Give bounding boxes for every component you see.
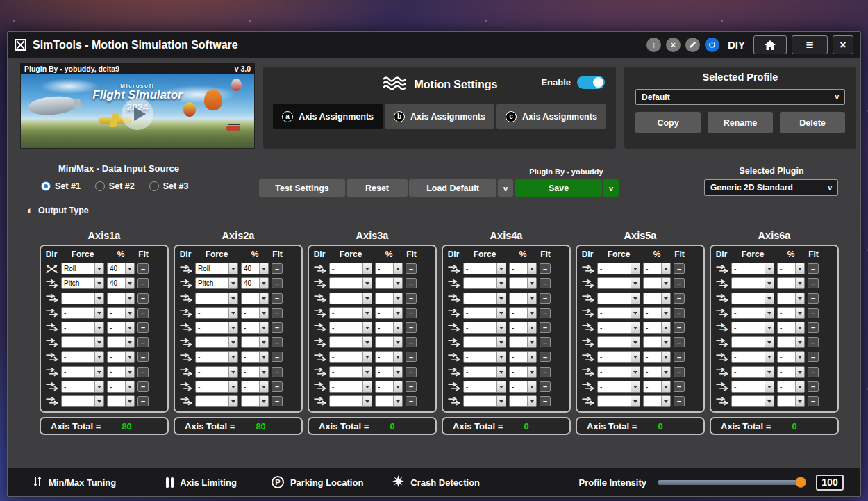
force-select[interactable]: -	[195, 351, 238, 363]
filter-minus-button[interactable]: –	[808, 293, 819, 304]
filter-minus-button[interactable]: –	[406, 308, 417, 318]
percent-select[interactable]: -	[643, 381, 671, 393]
percent-select[interactable]: -	[241, 381, 269, 393]
dual-arrow-icon[interactable]	[44, 322, 58, 332]
filter-minus-button[interactable]: –	[808, 308, 819, 318]
force-select[interactable]: -	[597, 322, 640, 334]
force-select[interactable]: -	[61, 307, 104, 319]
percent-select[interactable]: -	[509, 351, 537, 363]
force-select[interactable]: -	[731, 307, 774, 319]
force-select[interactable]: -	[195, 336, 238, 348]
dual-arrow-icon[interactable]	[44, 396, 58, 406]
percent-select[interactable]: -	[643, 307, 671, 319]
force-select[interactable]: -	[463, 381, 506, 393]
percent-select[interactable]: -	[107, 395, 135, 407]
menu-button[interactable]: ≡	[792, 35, 828, 54]
dual-arrow-icon[interactable]	[446, 322, 460, 332]
dual-arrow-icon[interactable]	[44, 279, 58, 288]
dual-arrow-icon[interactable]	[446, 293, 460, 303]
force-select[interactable]: -	[61, 395, 104, 407]
percent-select[interactable]: -	[107, 293, 135, 304]
percent-select[interactable]: -	[643, 336, 671, 348]
percent-select[interactable]: -	[509, 395, 537, 407]
dual-arrow-icon[interactable]	[178, 293, 192, 303]
percent-select[interactable]: -	[509, 307, 537, 319]
percent-select[interactable]: -	[643, 322, 671, 334]
dual-arrow-icon[interactable]	[44, 293, 58, 303]
filter-minus-button[interactable]: –	[808, 322, 819, 333]
dual-arrow-icon[interactable]	[44, 308, 58, 318]
force-select[interactable]: -	[597, 307, 640, 319]
dual-arrow-icon[interactable]	[581, 381, 594, 391]
percent-select[interactable]: 40	[107, 263, 135, 274]
force-select[interactable]: -	[463, 277, 506, 289]
force-select[interactable]: Roll	[195, 263, 238, 274]
force-select[interactable]: -	[329, 322, 372, 334]
move-axes-icon[interactable]	[44, 264, 58, 274]
filter-minus-button[interactable]: –	[406, 263, 417, 274]
close-button[interactable]: ×	[833, 35, 853, 54]
force-select[interactable]: Pitch	[61, 277, 104, 289]
filter-minus-button[interactable]: –	[808, 263, 819, 274]
dual-arrow-icon[interactable]	[178, 338, 192, 347]
percent-select[interactable]: -	[643, 351, 671, 363]
home-button[interactable]	[753, 35, 787, 54]
force-select[interactable]: -	[329, 351, 372, 363]
force-select[interactable]: -	[61, 381, 104, 393]
dual-arrow-icon[interactable]	[312, 293, 326, 303]
dual-arrow-icon[interactable]	[446, 338, 460, 347]
radio-set-2[interactable]: Set #2	[95, 181, 135, 191]
percent-select[interactable]: -	[107, 336, 135, 348]
filter-minus-button[interactable]: –	[272, 293, 283, 304]
dual-arrow-icon[interactable]	[715, 338, 728, 347]
dual-arrow-icon[interactable]	[312, 322, 326, 332]
force-select[interactable]: -	[731, 336, 774, 348]
filter-minus-button[interactable]: –	[540, 367, 551, 377]
dual-arrow-icon[interactable]	[715, 352, 728, 362]
filter-minus-button[interactable]: –	[540, 308, 551, 318]
filter-minus-button[interactable]: –	[137, 263, 149, 274]
filter-minus-button[interactable]: –	[137, 367, 149, 377]
load-default-button[interactable]: Load Default	[409, 179, 496, 197]
percent-select[interactable]: -	[107, 366, 135, 378]
percent-select[interactable]: -	[777, 307, 805, 319]
percent-select[interactable]: -	[643, 263, 671, 274]
percent-select[interactable]: -	[777, 277, 805, 289]
parking-location-button[interactable]: P Parking Location	[272, 476, 363, 488]
force-select[interactable]: -	[463, 307, 506, 319]
filter-minus-button[interactable]: –	[808, 352, 819, 362]
close-circle-icon[interactable]: ×	[666, 38, 681, 52]
dual-arrow-icon[interactable]	[44, 338, 58, 347]
percent-select[interactable]: -	[241, 366, 269, 378]
output-type[interactable]: ◐ Output Type	[27, 204, 89, 216]
filter-minus-button[interactable]: –	[137, 352, 149, 362]
minmax-tuning-button[interactable]: Min/Max Tuning	[33, 476, 116, 489]
force-select[interactable]: -	[329, 307, 372, 319]
dual-arrow-icon[interactable]	[715, 322, 728, 332]
dual-arrow-icon[interactable]	[312, 367, 326, 377]
filter-minus-button[interactable]: –	[674, 322, 685, 333]
filter-minus-button[interactable]: –	[272, 352, 283, 362]
force-select[interactable]: -	[195, 307, 238, 319]
filter-minus-button[interactable]: –	[406, 322, 417, 333]
filter-minus-button[interactable]: –	[674, 293, 685, 304]
force-select[interactable]: -	[329, 263, 372, 274]
dual-arrow-icon[interactable]	[312, 264, 326, 274]
force-select[interactable]: -	[731, 381, 774, 393]
dual-arrow-icon[interactable]	[178, 367, 192, 377]
force-select[interactable]: -	[597, 277, 640, 289]
filter-minus-button[interactable]: –	[674, 278, 685, 288]
dual-arrow-icon[interactable]	[44, 352, 58, 362]
dual-arrow-icon[interactable]	[312, 279, 326, 288]
dual-arrow-icon[interactable]	[178, 352, 192, 362]
filter-minus-button[interactable]: –	[272, 396, 283, 406]
tab-axis-assignments-b[interactable]: b Axis Assignments	[385, 104, 494, 129]
force-select[interactable]: -	[731, 293, 774, 304]
axis-limiting-button[interactable]: Axis Limiting	[166, 477, 237, 488]
dual-arrow-icon[interactable]	[446, 279, 460, 288]
percent-select[interactable]: -	[777, 381, 805, 393]
dual-arrow-icon[interactable]	[44, 367, 58, 377]
percent-select[interactable]: -	[107, 322, 135, 334]
enable-toggle[interactable]	[577, 76, 605, 89]
dual-arrow-icon[interactable]	[715, 308, 728, 318]
